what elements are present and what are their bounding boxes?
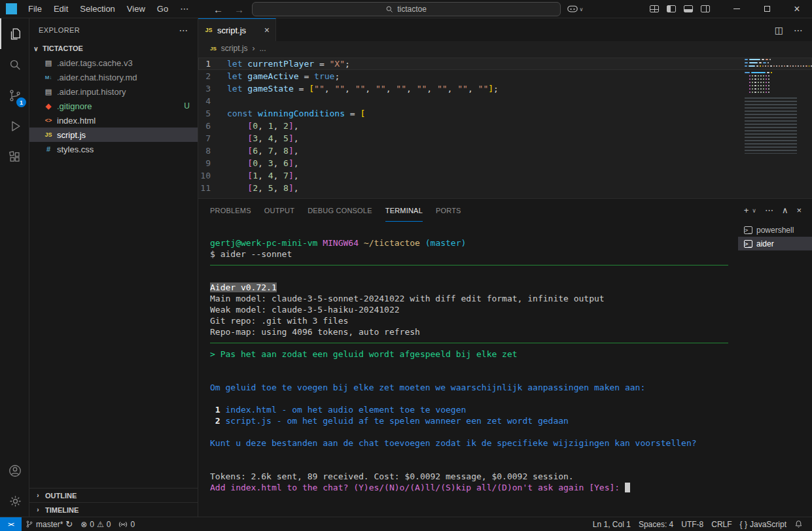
tab-output[interactable]: OUTPUT [264,199,294,222]
close-window-button[interactable]: × [782,0,812,18]
terminal-tab-aider[interactable]: >_ aider [738,237,812,250]
tab-script-js[interactable]: JS script.js × [198,18,276,41]
breadcrumb-file[interactable]: script.js [221,44,248,53]
run-debug-activity-button[interactable] [0,111,29,141]
terminal[interactable]: gertj@werk-pc-mini-vm MINGW64 ~/tictacto… [210,222,728,517]
remote-indicator[interactable]: >< [0,517,22,531]
outline-section[interactable]: › OUTLINE [29,488,198,502]
radio-tower-icon [118,521,128,528]
file-row-aider-input-history[interactable]: ▤ .aider.input.history [29,84,198,99]
error-count: 0 [90,520,94,529]
back-arrow-icon[interactable]: ← [213,4,223,15]
chevron-right-icon: › [34,506,42,513]
file-row-aider-chat-history[interactable]: M↓ .aider.chat.history.md [29,70,198,84]
notifications-bell-button[interactable] [790,517,807,531]
branch-status-item[interactable]: master* ↻ [22,517,77,531]
activity-bar: 1 [0,18,29,517]
toggle-primary-sidebar-icon[interactable] [667,5,676,12]
code-line: 3let gameState = ["", "", "", "", "", ""… [198,82,812,95]
terminal-icon: >_ [744,240,752,248]
gear-icon [9,494,22,508]
terminal-line: 2 script.js - om het geluid af te spelen… [210,415,728,426]
terminal-line [210,449,728,460]
explorer-more-actions-icon[interactable]: ⋯ [179,25,188,35]
tab-terminal[interactable]: TERMINAL [385,199,423,222]
run-debug-icon [8,119,22,133]
explorer-activity-button[interactable] [0,18,29,49]
file-row-aider-tags-cache[interactable]: ▤ .aider.tags.cache.v3 [29,56,198,70]
menu-overflow[interactable]: ⋯ [174,0,194,18]
command-center-search[interactable]: tictactoe [252,2,561,16]
timeline-label: TIMELINE [45,506,79,514]
maximize-button[interactable] [752,0,782,18]
copilot-menu[interactable]: ∨ [567,0,584,18]
tab-debug-console[interactable]: DEBUG CONSOLE [308,199,372,222]
search-activity-button[interactable] [0,49,29,80]
minimap[interactable] [738,59,812,196]
bottom-panel: PROBLEMS OUTPUT DEBUG CONSOLE TERMINAL P… [198,198,812,517]
encoding-item[interactable]: UTF-8 [677,517,707,531]
warning-count: 0 [107,520,111,529]
terminal-tab-powershell[interactable]: >_ powershell [738,223,812,237]
chevron-down-icon: ∨ [580,7,584,12]
file-row-index-html[interactable]: <> index.html [29,113,198,128]
ports-count: 0 [130,520,135,529]
file-icon: ▤ [43,59,54,67]
warning-icon: ⚠ [97,521,104,528]
new-terminal-icon[interactable]: + [744,205,749,215]
tab-problems[interactable]: PROBLEMS [210,199,251,222]
search-value: tictactoe [397,5,427,14]
account-icon [8,464,22,478]
terminal-line: > Pas het aan zodat een geluid wordt afg… [210,349,728,360]
ports-status-item[interactable]: 0 [115,517,139,531]
menu-selection[interactable]: Selection [74,0,120,18]
menu-view[interactable]: View [121,0,151,18]
file-name: script.js [57,130,86,140]
terminal-line: Weak model: claude-3-5-haiku-20241022 [210,304,728,315]
eol-item[interactable]: CRLF [707,517,735,531]
terminal-line: Aider v0.72.1 [210,282,728,293]
code-line: 2let gameActive = true; [198,70,812,82]
chevron-down-icon: ∨ [32,45,40,52]
menu-go[interactable]: Go [151,0,174,18]
language-mode-item[interactable]: { } JavaScript [736,517,790,531]
timeline-section[interactable]: › TIMELINE [29,502,198,517]
file-row-styles-css[interactable]: # styles.css [29,142,198,156]
close-tab-icon[interactable]: × [264,25,270,35]
panel-more-actions-icon[interactable]: ⋯ [765,205,773,215]
terminal-line: Repo-map: using 4096 tokens, auto refres… [210,326,728,337]
explorer-sidebar: EXPLORER ⋯ ∨ TICTACTOE ▤ .aider.tags.cac… [29,18,198,517]
account-button[interactable] [0,455,29,486]
breadcrumb-symbol[interactable]: ... [259,44,266,53]
code-line: 4 [198,95,812,107]
close-panel-icon[interactable]: × [796,205,802,215]
file-row-gitignore[interactable]: ◆ .gitignore U [29,99,198,113]
folder-section-tictactoe[interactable]: ∨ TICTACTOE [29,41,198,56]
copilot-icon [567,5,578,13]
toggle-panel-icon[interactable] [684,5,693,12]
code-editor[interactable]: 1let currentPlayer = "X";2let gameActive… [198,56,812,198]
forward-arrow-icon[interactable]: → [234,4,244,15]
minimize-button[interactable] [722,0,752,18]
file-row-script-js[interactable]: JS script.js [29,128,198,142]
editor-tabstrip: JS script.js × ◫ ⋯ [198,18,812,41]
customize-layout-icon[interactable] [650,5,659,12]
tab-ports[interactable]: PORTS [436,199,461,222]
split-editor-icon[interactable]: ◫ [775,25,783,35]
settings-button[interactable] [0,486,29,517]
extensions-activity-button[interactable] [0,141,29,172]
problems-status-item[interactable]: ⊗ 0 ⚠ 0 [77,517,115,531]
maximize-panel-icon[interactable]: ∧ [782,205,788,215]
code-line: 7 [3, 4, 5], [198,132,812,145]
terminal-line: Add index.html to the chat? (Y)es/(N)o/(… [210,482,728,493]
cursor-position-item[interactable]: Ln 1, Col 1 [589,517,635,531]
toggle-secondary-sidebar-icon[interactable] [701,5,710,12]
editor-more-actions-icon[interactable]: ⋯ [794,25,803,35]
indentation-item[interactable]: Spaces: 4 [635,517,677,531]
terminal-dropdown-icon[interactable]: ∨ [752,207,756,214]
source-control-activity-button[interactable]: 1 [0,80,29,111]
terminal-icon: >_ [744,226,752,234]
terminal-line [210,393,728,404]
menu-file[interactable]: File [22,0,48,18]
menu-edit[interactable]: Edit [48,0,74,18]
